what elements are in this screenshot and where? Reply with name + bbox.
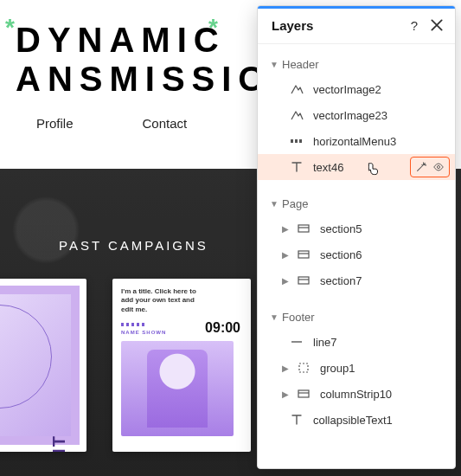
- svg-rect-1: [295, 139, 298, 143]
- svg-rect-6: [298, 251, 309, 258]
- svg-rect-8: [298, 277, 309, 284]
- caret-right-icon[interactable]: ▶: [282, 224, 292, 234]
- layers-tree[interactable]: ▼ Header vectorImage2 vectorImage23 hori…: [258, 44, 455, 440]
- layer-label: vectorImage23: [313, 109, 387, 122]
- magic-icon[interactable]: [415, 161, 427, 173]
- caret-down-icon: ▼: [270, 199, 279, 209]
- layer-item[interactable]: ▶ section5: [258, 215, 455, 241]
- section-icon: [296, 221, 311, 236]
- menu-item-profile[interactable]: Profile: [36, 116, 74, 131]
- layer-item[interactable]: collapsibleText1: [258, 407, 455, 433]
- close-icon[interactable]: [429, 17, 445, 33]
- svg-rect-4: [298, 225, 309, 232]
- layer-label: section6: [320, 248, 362, 261]
- layer-label: line7: [313, 336, 336, 349]
- eye-icon[interactable]: [432, 161, 445, 173]
- svg-rect-0: [291, 139, 293, 143]
- layer-item[interactable]: ▶ section7: [258, 267, 455, 293]
- decorative-dots: [121, 323, 147, 326]
- layer-label: section5: [320, 222, 362, 235]
- card-label: EVENT: [49, 434, 69, 452]
- layers-panel[interactable]: Layers ? ▼ Header vectorImage2 vectorIma…: [257, 5, 456, 469]
- layer-item[interactable]: ▶ columnStrip10: [258, 381, 455, 407]
- caret-right-icon[interactable]: ▶: [282, 363, 292, 373]
- star-icon: *: [208, 14, 218, 42]
- panel-header: Layers ?: [258, 9, 455, 44]
- caret-right-icon[interactable]: ▶: [282, 389, 292, 399]
- group-footer[interactable]: ▼ Footer: [258, 304, 455, 329]
- svg-rect-2: [299, 139, 302, 143]
- section-icon: [296, 247, 311, 262]
- help-icon[interactable]: ?: [407, 17, 422, 33]
- section-icon: [296, 386, 311, 402]
- layer-item-selected[interactable]: text46: [258, 154, 455, 180]
- section-icon: [296, 273, 311, 288]
- group-header[interactable]: ▼ Header: [258, 51, 455, 76]
- svg-point-3: [437, 165, 439, 168]
- layer-item[interactable]: vectorImage2: [258, 76, 455, 102]
- layer-label: section7: [320, 274, 362, 287]
- card-title: I'm a title. Click here to add your own …: [121, 287, 208, 314]
- panel-title: Layers: [272, 18, 400, 33]
- campaign-card[interactable]: EVENT: [0, 279, 86, 452]
- menu-item-contact[interactable]: Contact: [143, 116, 188, 131]
- layer-label: vectorImage2: [313, 83, 381, 96]
- layer-label: columnStrip10: [320, 388, 392, 401]
- layer-item[interactable]: line7: [258, 329, 455, 355]
- layer-label: horizontalMenu3: [313, 135, 396, 148]
- menu-icon: [289, 133, 304, 149]
- campaign-card[interactable]: I'm a title. Click here to add your own …: [112, 279, 251, 452]
- vector-icon: [289, 107, 304, 123]
- group-page[interactable]: ▼ Page: [258, 190, 455, 215]
- caret-right-icon[interactable]: ▶: [282, 276, 292, 286]
- group-icon: [296, 360, 311, 376]
- layer-label: collapsibleText1: [313, 414, 393, 427]
- item-actions-highlight: [410, 157, 450, 177]
- caret-down-icon: ▼: [270, 60, 279, 69]
- star-icon: *: [5, 14, 15, 42]
- group-label: Footer: [282, 311, 315, 324]
- card-image: [121, 341, 234, 436]
- card-time: 09:00: [205, 320, 240, 336]
- caret-right-icon[interactable]: ▶: [282, 250, 292, 260]
- layer-label: group1: [320, 362, 355, 375]
- vector-icon: [289, 81, 304, 97]
- layer-item[interactable]: vectorImage23: [258, 102, 455, 128]
- group-label: Page: [282, 197, 308, 210]
- layer-label: text46: [313, 161, 343, 174]
- svg-rect-12: [298, 390, 309, 397]
- layer-item[interactable]: horizontalMenu3: [258, 128, 455, 154]
- layer-item[interactable]: ▶ section6: [258, 241, 455, 267]
- line-icon: [289, 334, 304, 350]
- layer-item[interactable]: ▶ group1: [258, 355, 455, 381]
- text-icon: [289, 159, 304, 175]
- caret-down-icon: ▼: [270, 312, 279, 322]
- group-label: Header: [282, 58, 319, 71]
- svg-rect-11: [299, 363, 308, 372]
- text-icon: [289, 412, 304, 428]
